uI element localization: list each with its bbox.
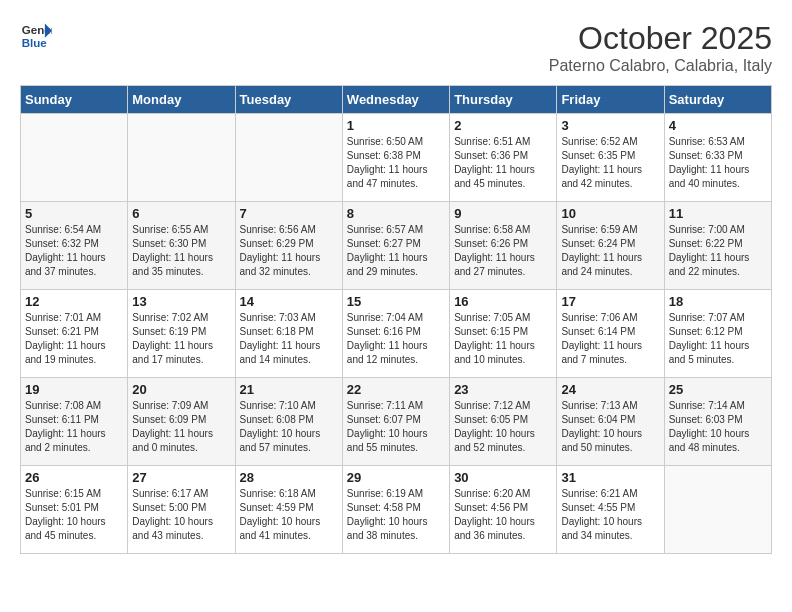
calendar-day-cell: 2Sunrise: 6:51 AM Sunset: 6:36 PM Daylig… (450, 114, 557, 202)
day-number: 23 (454, 382, 552, 397)
day-info: Sunrise: 7:06 AM Sunset: 6:14 PM Dayligh… (561, 311, 659, 367)
day-info: Sunrise: 6:54 AM Sunset: 6:32 PM Dayligh… (25, 223, 123, 279)
location-subtitle: Paterno Calabro, Calabria, Italy (549, 57, 772, 75)
calendar-day-cell: 11Sunrise: 7:00 AM Sunset: 6:22 PM Dayli… (664, 202, 771, 290)
calendar-day-cell: 17Sunrise: 7:06 AM Sunset: 6:14 PM Dayli… (557, 290, 664, 378)
day-info: Sunrise: 7:02 AM Sunset: 6:19 PM Dayligh… (132, 311, 230, 367)
calendar-week-row: 1Sunrise: 6:50 AM Sunset: 6:38 PM Daylig… (21, 114, 772, 202)
day-number: 6 (132, 206, 230, 221)
day-info: Sunrise: 6:50 AM Sunset: 6:38 PM Dayligh… (347, 135, 445, 191)
calendar-day-cell: 23Sunrise: 7:12 AM Sunset: 6:05 PM Dayli… (450, 378, 557, 466)
day-number: 4 (669, 118, 767, 133)
calendar-day-cell: 19Sunrise: 7:08 AM Sunset: 6:11 PM Dayli… (21, 378, 128, 466)
day-info: Sunrise: 6:18 AM Sunset: 4:59 PM Dayligh… (240, 487, 338, 543)
day-number: 7 (240, 206, 338, 221)
day-number: 13 (132, 294, 230, 309)
day-number: 28 (240, 470, 338, 485)
day-number: 10 (561, 206, 659, 221)
day-info: Sunrise: 7:13 AM Sunset: 6:04 PM Dayligh… (561, 399, 659, 455)
calendar-day-cell: 10Sunrise: 6:59 AM Sunset: 6:24 PM Dayli… (557, 202, 664, 290)
day-info: Sunrise: 7:03 AM Sunset: 6:18 PM Dayligh… (240, 311, 338, 367)
month-title: October 2025 (549, 20, 772, 57)
calendar-day-cell: 21Sunrise: 7:10 AM Sunset: 6:08 PM Dayli… (235, 378, 342, 466)
day-info: Sunrise: 7:14 AM Sunset: 6:03 PM Dayligh… (669, 399, 767, 455)
day-number: 1 (347, 118, 445, 133)
calendar-day-cell: 13Sunrise: 7:02 AM Sunset: 6:19 PM Dayli… (128, 290, 235, 378)
day-info: Sunrise: 7:07 AM Sunset: 6:12 PM Dayligh… (669, 311, 767, 367)
calendar-day-cell: 22Sunrise: 7:11 AM Sunset: 6:07 PM Dayli… (342, 378, 449, 466)
day-info: Sunrise: 7:08 AM Sunset: 6:11 PM Dayligh… (25, 399, 123, 455)
day-info: Sunrise: 6:51 AM Sunset: 6:36 PM Dayligh… (454, 135, 552, 191)
day-info: Sunrise: 7:12 AM Sunset: 6:05 PM Dayligh… (454, 399, 552, 455)
calendar-day-cell: 26Sunrise: 6:15 AM Sunset: 5:01 PM Dayli… (21, 466, 128, 554)
day-number: 24 (561, 382, 659, 397)
day-number: 27 (132, 470, 230, 485)
calendar-day-cell (21, 114, 128, 202)
calendar-day-cell: 27Sunrise: 6:17 AM Sunset: 5:00 PM Dayli… (128, 466, 235, 554)
calendar-week-row: 5Sunrise: 6:54 AM Sunset: 6:32 PM Daylig… (21, 202, 772, 290)
day-info: Sunrise: 6:59 AM Sunset: 6:24 PM Dayligh… (561, 223, 659, 279)
calendar-day-cell: 24Sunrise: 7:13 AM Sunset: 6:04 PM Dayli… (557, 378, 664, 466)
calendar-day-cell: 16Sunrise: 7:05 AM Sunset: 6:15 PM Dayli… (450, 290, 557, 378)
day-info: Sunrise: 7:09 AM Sunset: 6:09 PM Dayligh… (132, 399, 230, 455)
day-info: Sunrise: 6:53 AM Sunset: 6:33 PM Dayligh… (669, 135, 767, 191)
calendar-week-row: 26Sunrise: 6:15 AM Sunset: 5:01 PM Dayli… (21, 466, 772, 554)
calendar-day-cell (664, 466, 771, 554)
calendar-day-cell: 8Sunrise: 6:57 AM Sunset: 6:27 PM Daylig… (342, 202, 449, 290)
day-number: 30 (454, 470, 552, 485)
calendar-day-cell: 28Sunrise: 6:18 AM Sunset: 4:59 PM Dayli… (235, 466, 342, 554)
day-number: 17 (561, 294, 659, 309)
day-number: 25 (669, 382, 767, 397)
day-number: 2 (454, 118, 552, 133)
day-number: 8 (347, 206, 445, 221)
calendar-day-cell: 15Sunrise: 7:04 AM Sunset: 6:16 PM Dayli… (342, 290, 449, 378)
day-info: Sunrise: 7:05 AM Sunset: 6:15 PM Dayligh… (454, 311, 552, 367)
day-number: 16 (454, 294, 552, 309)
day-info: Sunrise: 6:56 AM Sunset: 6:29 PM Dayligh… (240, 223, 338, 279)
day-number: 12 (25, 294, 123, 309)
day-number: 21 (240, 382, 338, 397)
day-info: Sunrise: 7:04 AM Sunset: 6:16 PM Dayligh… (347, 311, 445, 367)
day-of-week-header: Wednesday (342, 86, 449, 114)
day-info: Sunrise: 6:21 AM Sunset: 4:55 PM Dayligh… (561, 487, 659, 543)
day-number: 19 (25, 382, 123, 397)
day-of-week-header: Sunday (21, 86, 128, 114)
calendar-day-cell: 7Sunrise: 6:56 AM Sunset: 6:29 PM Daylig… (235, 202, 342, 290)
day-number: 29 (347, 470, 445, 485)
calendar-header-row: SundayMondayTuesdayWednesdayThursdayFrid… (21, 86, 772, 114)
day-info: Sunrise: 6:19 AM Sunset: 4:58 PM Dayligh… (347, 487, 445, 543)
day-info: Sunrise: 7:11 AM Sunset: 6:07 PM Dayligh… (347, 399, 445, 455)
day-number: 22 (347, 382, 445, 397)
day-number: 15 (347, 294, 445, 309)
day-info: Sunrise: 6:17 AM Sunset: 5:00 PM Dayligh… (132, 487, 230, 543)
day-info: Sunrise: 6:20 AM Sunset: 4:56 PM Dayligh… (454, 487, 552, 543)
day-number: 14 (240, 294, 338, 309)
day-info: Sunrise: 6:55 AM Sunset: 6:30 PM Dayligh… (132, 223, 230, 279)
day-number: 11 (669, 206, 767, 221)
calendar-day-cell: 12Sunrise: 7:01 AM Sunset: 6:21 PM Dayli… (21, 290, 128, 378)
calendar-day-cell: 5Sunrise: 6:54 AM Sunset: 6:32 PM Daylig… (21, 202, 128, 290)
day-of-week-header: Friday (557, 86, 664, 114)
svg-text:Blue: Blue (22, 37, 48, 49)
calendar-day-cell: 3Sunrise: 6:52 AM Sunset: 6:35 PM Daylig… (557, 114, 664, 202)
calendar-day-cell: 14Sunrise: 7:03 AM Sunset: 6:18 PM Dayli… (235, 290, 342, 378)
day-of-week-header: Thursday (450, 86, 557, 114)
calendar-day-cell: 30Sunrise: 6:20 AM Sunset: 4:56 PM Dayli… (450, 466, 557, 554)
day-number: 20 (132, 382, 230, 397)
calendar-day-cell: 31Sunrise: 6:21 AM Sunset: 4:55 PM Dayli… (557, 466, 664, 554)
calendar-day-cell: 9Sunrise: 6:58 AM Sunset: 6:26 PM Daylig… (450, 202, 557, 290)
calendar-day-cell: 20Sunrise: 7:09 AM Sunset: 6:09 PM Dayli… (128, 378, 235, 466)
calendar-day-cell: 6Sunrise: 6:55 AM Sunset: 6:30 PM Daylig… (128, 202, 235, 290)
day-info: Sunrise: 6:52 AM Sunset: 6:35 PM Dayligh… (561, 135, 659, 191)
day-number: 5 (25, 206, 123, 221)
calendar-day-cell: 29Sunrise: 6:19 AM Sunset: 4:58 PM Dayli… (342, 466, 449, 554)
logo-icon: General Blue (20, 20, 52, 52)
calendar-day-cell: 25Sunrise: 7:14 AM Sunset: 6:03 PM Dayli… (664, 378, 771, 466)
day-info: Sunrise: 6:58 AM Sunset: 6:26 PM Dayligh… (454, 223, 552, 279)
calendar-day-cell (235, 114, 342, 202)
day-number: 9 (454, 206, 552, 221)
calendar-day-cell: 1Sunrise: 6:50 AM Sunset: 6:38 PM Daylig… (342, 114, 449, 202)
day-of-week-header: Saturday (664, 86, 771, 114)
calendar-week-row: 12Sunrise: 7:01 AM Sunset: 6:21 PM Dayli… (21, 290, 772, 378)
logo: General Blue (20, 20, 52, 52)
